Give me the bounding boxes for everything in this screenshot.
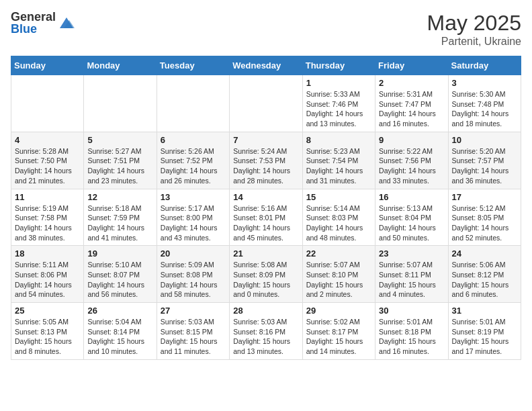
day-number: 23 [379, 248, 444, 259]
calendar-cell: 15Sunrise: 5:14 AM Sunset: 8:03 PM Dayli… [302, 189, 375, 246]
calendar-cell: 29Sunrise: 5:02 AM Sunset: 8:17 PM Dayli… [302, 303, 375, 360]
day-number: 28 [233, 306, 298, 316]
day-number: 12 [87, 192, 152, 202]
day-number: 26 [87, 306, 152, 316]
calendar-cell: 27Sunrise: 5:03 AM Sunset: 8:15 PM Dayli… [157, 303, 229, 360]
week-row-4: 18Sunrise: 5:11 AM Sunset: 8:06 PM Dayli… [11, 246, 521, 303]
calendar-cell [84, 75, 157, 132]
calendar-cell: 21Sunrise: 5:08 AM Sunset: 8:09 PM Dayli… [230, 246, 302, 303]
day-number: 3 [452, 78, 517, 88]
day-info: Sunrise: 5:09 AM Sunset: 8:08 PM Dayligh… [161, 260, 226, 300]
calendar-cell: 17Sunrise: 5:12 AM Sunset: 8:05 PM Dayli… [448, 189, 521, 246]
day-info: Sunrise: 5:31 AM Sunset: 7:47 PM Dayligh… [379, 89, 444, 129]
calendar-cell: 1Sunrise: 5:33 AM Sunset: 7:46 PM Daylig… [302, 75, 375, 132]
calendar-cell: 11Sunrise: 5:19 AM Sunset: 7:58 PM Dayli… [11, 189, 84, 246]
day-number: 13 [161, 192, 226, 202]
day-number: 27 [161, 306, 226, 316]
day-info: Sunrise: 5:33 AM Sunset: 7:46 PM Dayligh… [306, 89, 371, 129]
day-number: 25 [15, 306, 80, 316]
week-row-2: 4Sunrise: 5:28 AM Sunset: 7:50 PM Daylig… [11, 132, 521, 189]
day-info: Sunrise: 5:30 AM Sunset: 7:48 PM Dayligh… [452, 89, 517, 129]
day-number: 1 [306, 78, 371, 88]
logo: General Blue [11, 11, 76, 35]
day-number: 4 [15, 135, 80, 145]
day-number: 24 [452, 248, 517, 259]
logo-icon [57, 13, 76, 32]
day-number: 29 [306, 306, 371, 316]
calendar-cell: 28Sunrise: 5:03 AM Sunset: 8:16 PM Dayli… [230, 303, 302, 360]
calendar-subtitle: Partenit, Ukraine [427, 36, 521, 48]
day-info: Sunrise: 5:07 AM Sunset: 8:10 PM Dayligh… [306, 260, 371, 300]
day-number: 16 [379, 192, 444, 202]
logo-blue: Blue [11, 22, 37, 36]
day-info: Sunrise: 5:08 AM Sunset: 8:09 PM Dayligh… [233, 260, 298, 300]
weekday-header-tuesday: Tuesday [157, 56, 229, 75]
day-info: Sunrise: 5:23 AM Sunset: 7:54 PM Dayligh… [306, 146, 371, 186]
weekday-header-row: SundayMondayTuesdayWednesdayThursdayFrid… [11, 56, 521, 75]
day-info: Sunrise: 5:01 AM Sunset: 8:18 PM Dayligh… [379, 317, 444, 357]
day-number: 2 [379, 78, 444, 88]
day-number: 9 [379, 135, 444, 145]
calendar-cell: 12Sunrise: 5:18 AM Sunset: 7:59 PM Dayli… [84, 189, 157, 246]
day-info: Sunrise: 5:06 AM Sunset: 8:12 PM Dayligh… [452, 260, 517, 300]
calendar-cell: 26Sunrise: 5:04 AM Sunset: 8:14 PM Dayli… [84, 303, 157, 360]
calendar-cell: 19Sunrise: 5:10 AM Sunset: 8:07 PM Dayli… [84, 246, 157, 303]
day-number: 8 [306, 135, 371, 145]
day-info: Sunrise: 5:03 AM Sunset: 8:16 PM Dayligh… [233, 317, 298, 357]
calendar-cell: 31Sunrise: 5:01 AM Sunset: 8:19 PM Dayli… [448, 303, 521, 360]
day-info: Sunrise: 5:10 AM Sunset: 8:07 PM Dayligh… [87, 260, 152, 300]
day-info: Sunrise: 5:14 AM Sunset: 8:03 PM Dayligh… [306, 203, 371, 243]
week-row-5: 25Sunrise: 5:05 AM Sunset: 8:13 PM Dayli… [11, 303, 521, 360]
week-row-3: 11Sunrise: 5:19 AM Sunset: 7:58 PM Dayli… [11, 189, 521, 246]
day-info: Sunrise: 5:17 AM Sunset: 8:00 PM Dayligh… [161, 203, 226, 243]
calendar-cell: 20Sunrise: 5:09 AM Sunset: 8:08 PM Dayli… [157, 246, 229, 303]
calendar-cell: 4Sunrise: 5:28 AM Sunset: 7:50 PM Daylig… [11, 132, 84, 189]
day-info: Sunrise: 5:03 AM Sunset: 8:15 PM Dayligh… [161, 317, 226, 357]
calendar-cell: 24Sunrise: 5:06 AM Sunset: 8:12 PM Dayli… [448, 246, 521, 303]
calendar-title: May 2025 [427, 11, 521, 36]
day-info: Sunrise: 5:05 AM Sunset: 8:13 PM Dayligh… [15, 317, 80, 357]
calendar-cell: 10Sunrise: 5:20 AM Sunset: 7:57 PM Dayli… [448, 132, 521, 189]
day-number: 5 [87, 135, 152, 145]
day-info: Sunrise: 5:24 AM Sunset: 7:53 PM Dayligh… [233, 146, 298, 186]
calendar-cell: 23Sunrise: 5:07 AM Sunset: 8:11 PM Dayli… [375, 246, 448, 303]
calendar-cell: 6Sunrise: 5:26 AM Sunset: 7:52 PM Daylig… [157, 132, 229, 189]
title-block: May 2025 Partenit, Ukraine [427, 11, 521, 48]
day-info: Sunrise: 5:28 AM Sunset: 7:50 PM Dayligh… [15, 146, 80, 186]
day-info: Sunrise: 5:16 AM Sunset: 8:01 PM Dayligh… [233, 203, 298, 243]
day-number: 11 [15, 192, 80, 202]
day-number: 31 [452, 306, 517, 316]
day-info: Sunrise: 5:18 AM Sunset: 7:59 PM Dayligh… [87, 203, 152, 243]
calendar-cell: 22Sunrise: 5:07 AM Sunset: 8:10 PM Dayli… [302, 246, 375, 303]
calendar-cell: 14Sunrise: 5:16 AM Sunset: 8:01 PM Dayli… [230, 189, 302, 246]
day-number: 7 [233, 135, 298, 145]
weekday-header-friday: Friday [375, 56, 448, 75]
calendar-cell [230, 75, 302, 132]
day-info: Sunrise: 5:12 AM Sunset: 8:05 PM Dayligh… [452, 203, 517, 243]
calendar-cell: 13Sunrise: 5:17 AM Sunset: 8:00 PM Dayli… [157, 189, 229, 246]
calendar-cell: 3Sunrise: 5:30 AM Sunset: 7:48 PM Daylig… [448, 75, 521, 132]
day-number: 30 [379, 306, 444, 316]
day-info: Sunrise: 5:07 AM Sunset: 8:11 PM Dayligh… [379, 260, 444, 300]
day-info: Sunrise: 5:04 AM Sunset: 8:14 PM Dayligh… [87, 317, 152, 357]
day-number: 19 [87, 248, 152, 259]
day-info: Sunrise: 5:01 AM Sunset: 8:19 PM Dayligh… [452, 317, 517, 357]
day-info: Sunrise: 5:26 AM Sunset: 7:52 PM Dayligh… [161, 146, 226, 186]
calendar-cell: 5Sunrise: 5:27 AM Sunset: 7:51 PM Daylig… [84, 132, 157, 189]
calendar-cell: 7Sunrise: 5:24 AM Sunset: 7:53 PM Daylig… [230, 132, 302, 189]
week-row-1: 1Sunrise: 5:33 AM Sunset: 7:46 PM Daylig… [11, 75, 521, 132]
day-number: 20 [161, 248, 226, 259]
calendar-cell [157, 75, 229, 132]
calendar-cell: 9Sunrise: 5:22 AM Sunset: 7:56 PM Daylig… [375, 132, 448, 189]
day-info: Sunrise: 5:11 AM Sunset: 8:06 PM Dayligh… [15, 260, 80, 300]
day-number: 10 [452, 135, 517, 145]
day-number: 18 [15, 248, 80, 259]
weekday-header-wednesday: Wednesday [230, 56, 302, 75]
logo-general: General [11, 10, 56, 24]
day-info: Sunrise: 5:19 AM Sunset: 7:58 PM Dayligh… [15, 203, 80, 243]
day-number: 22 [306, 248, 371, 259]
day-info: Sunrise: 5:02 AM Sunset: 8:17 PM Dayligh… [306, 317, 371, 357]
calendar-cell: 8Sunrise: 5:23 AM Sunset: 7:54 PM Daylig… [302, 132, 375, 189]
calendar-cell: 30Sunrise: 5:01 AM Sunset: 8:18 PM Dayli… [375, 303, 448, 360]
day-info: Sunrise: 5:13 AM Sunset: 8:04 PM Dayligh… [379, 203, 444, 243]
